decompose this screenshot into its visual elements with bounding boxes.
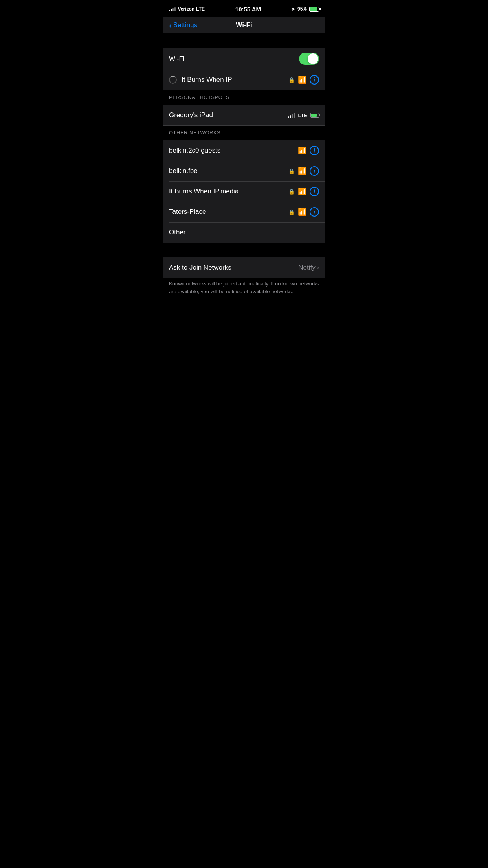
network-row-belkinfbe[interactable]: belkin.fbe 🔒 📶 i (163, 161, 325, 181)
wifi-toggle[interactable] (299, 53, 319, 65)
back-label: Settings (173, 21, 197, 29)
battery-percent: 95% (297, 6, 307, 12)
lock-icon-tatersplace: 🔒 (288, 209, 295, 215)
chevron-right-icon: › (317, 264, 319, 271)
back-button[interactable]: ‹ Settings (169, 21, 197, 29)
status-left: Verizon LTE (169, 6, 205, 12)
nav-bar: ‹ Settings Wi-Fi (163, 17, 325, 33)
connected-network-right: 🔒 📶 i (288, 75, 319, 85)
network-name-itburnsmedia: It Burns When IP.media (169, 188, 238, 195)
ask-join-value: Notify (298, 264, 315, 272)
personal-hotspots-label: PERSONAL HOTSPOTS (169, 94, 229, 100)
wifi-icon-belkin2c0: 📶 (298, 147, 306, 154)
lock-icon: 🔒 (288, 77, 295, 83)
wifi-label: Wi-Fi (169, 55, 185, 63)
other-networks-spacer: OTHER NETWORKS (163, 126, 325, 140)
network-right-tatersplace: 🔒 📶 i (288, 207, 319, 217)
network-right-belkinfbe: 🔒 📶 i (288, 166, 319, 176)
other-networks-group: belkin.2c0.guests 📶 i belkin.fbe 🔒 📶 i I… (163, 140, 325, 243)
status-time: 10:55 AM (235, 6, 261, 13)
hotspot-battery-fill (311, 114, 317, 117)
ask-join-row[interactable]: Ask to Join Networks Notify › (163, 257, 325, 278)
info-button-itburnsmedia[interactable]: i (310, 187, 319, 196)
lock-icon-itburnsmedia: 🔒 (288, 189, 295, 195)
network-right-belkin2c0: 📶 i (298, 146, 319, 155)
ask-join-label: Ask to Join Networks (169, 264, 231, 272)
wifi-toggle-row: Wi-Fi (163, 48, 325, 70)
wifi-toggle-group: Wi-Fi It Burns When IP 🔒 📶 i (163, 48, 325, 90)
status-bar: Verizon LTE 10:55 AM ➤ 95% (163, 0, 325, 17)
wifi-icon-belkinfbe: 📶 (298, 167, 306, 175)
lte-badge: LTE (298, 112, 307, 118)
gregorys-ipad-row[interactable]: Gregory's iPad LTE (163, 105, 325, 125)
network-right-itburnsmedia: 🔒 📶 i (288, 187, 319, 196)
network-name-belkin2c0: belkin.2c0.guests (169, 147, 220, 154)
network-row-belkin2c0[interactable]: belkin.2c0.guests 📶 i (163, 140, 325, 161)
toggle-thumb (308, 53, 318, 64)
network-name-other: Other... (169, 228, 191, 236)
loading-spinner-icon (169, 76, 177, 84)
battery-container (309, 7, 319, 12)
carrier-label: Verizon (178, 6, 195, 12)
lock-icon-belkinfbe: 🔒 (288, 168, 295, 174)
back-chevron-icon: ‹ (169, 21, 172, 29)
hotspot-name: Gregory's iPad (169, 111, 213, 119)
location-icon: ➤ (292, 7, 295, 12)
wifi-signal-icon: 📶 (298, 76, 306, 83)
hotspot-right: LTE (288, 112, 319, 118)
battery-fill (310, 7, 317, 11)
wifi-icon-itburnsmedia: 📶 (298, 188, 306, 195)
connected-network-row[interactable]: It Burns When IP 🔒 📶 i (163, 70, 325, 90)
personal-hotspots-spacer: PERSONAL HOTSPOTS (163, 90, 325, 105)
status-right: ➤ 95% (292, 6, 319, 12)
hotspot-signal-icon (288, 112, 295, 118)
network-row-tatersplace[interactable]: Taters-Place 🔒 📶 i (163, 202, 325, 222)
ask-join-group: Ask to Join Networks Notify › (163, 257, 325, 278)
top-spacer (163, 33, 325, 48)
bottom-spacer (163, 243, 325, 257)
signal-bars-icon (169, 7, 176, 11)
info-button-belkin2c0[interactable]: i (310, 146, 319, 155)
network-name-belkinfbe: belkin.fbe (169, 167, 198, 175)
network-row-other[interactable]: Other... (163, 222, 325, 243)
footer-text: Known networks will be joined automatica… (163, 278, 325, 305)
info-button-tatersplace[interactable]: i (310, 207, 319, 217)
wifi-icon-tatersplace: 📶 (298, 208, 306, 215)
other-networks-header: OTHER NETWORKS (163, 126, 325, 138)
page-title: Wi-Fi (236, 21, 252, 29)
personal-hotspots-header: PERSONAL HOTSPOTS (163, 90, 325, 102)
network-name-tatersplace: Taters-Place (169, 208, 206, 216)
battery-icon (309, 7, 319, 12)
personal-hotspots-group: Gregory's iPad LTE (163, 105, 325, 126)
connected-network-left: It Burns When IP (169, 76, 288, 84)
other-networks-label: OTHER NETWORKS (169, 130, 220, 136)
info-button-belkinfbe[interactable]: i (310, 166, 319, 176)
connected-network-name: It Burns When IP (182, 76, 232, 84)
ask-join-right: Notify › (298, 264, 319, 272)
network-type-label: LTE (196, 6, 205, 12)
network-row-itburnsmedia[interactable]: It Burns When IP.media 🔒 📶 i (163, 181, 325, 202)
info-button[interactable]: i (310, 75, 319, 85)
hotspot-battery-icon (310, 113, 319, 118)
